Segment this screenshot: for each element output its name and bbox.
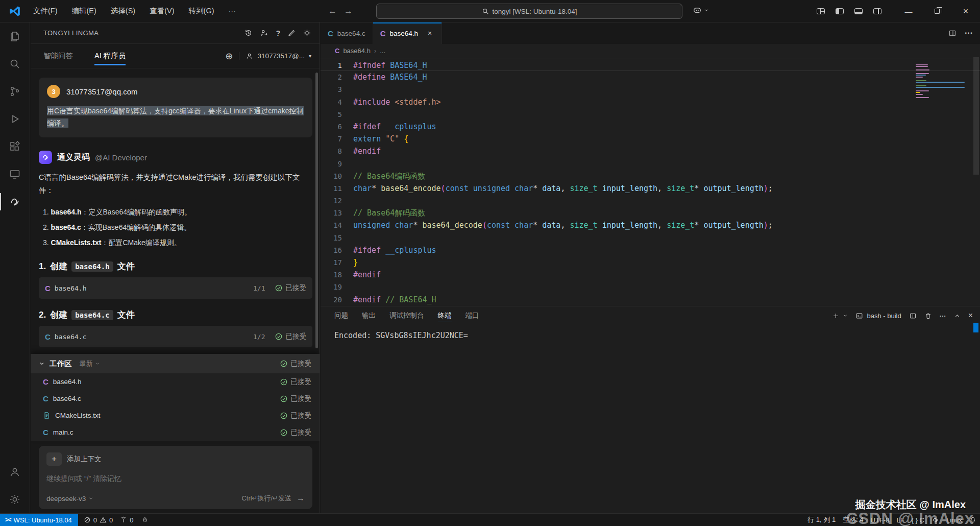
menu-item[interactable]: ··· [223,5,241,18]
workspace-filter[interactable]: 最新 [80,359,100,368]
maximize-panel-icon[interactable] [954,313,961,319]
activity-extensions[interactable] [0,133,30,160]
code-line[interactable]: 20#endif // BASE64_H [321,294,980,306]
ports-status[interactable]: 0 [116,514,137,526]
command-center-search[interactable]: tongyi [WSL: Ubuntu-18.04] [376,4,682,19]
panel-tab[interactable]: 端口 [465,306,479,325]
menu-item[interactable]: 文件(F) [28,4,63,18]
editor-tab[interactable]: Cbase64.h× [373,22,442,44]
code-line[interactable]: 16#ifdef __cplusplus [321,244,980,256]
chat-scrollbar[interactable] [315,73,318,348]
plus-icon[interactable]: + [46,452,62,466]
help-icon[interactable]: ? [276,29,280,37]
code-line[interactable]: 8#endif [321,145,980,157]
code-line[interactable]: 3 [321,83,980,95]
account-menu[interactable]: 310773517@... ▾ [246,52,311,60]
file-card[interactable]: Cbase64.h1/1已接受 [39,277,312,299]
code-line[interactable]: 12 [321,195,980,207]
new-terminal-icon[interactable] [832,312,840,320]
status-cursor-position[interactable]: 行 1, 列 1 [804,514,839,526]
chat-input-placeholder[interactable]: 继续提问或 “/” 清除记忆 [46,474,305,484]
chat-scroll[interactable]: 3 310773517@qq.com 用C语言实现base64编解码算法，支持g… [39,68,312,354]
workspace-file-row[interactable]: Cmain.c已接受 [31,424,320,441]
add-context[interactable]: + 添加上下文 [46,452,305,466]
toggle-sidebar-icon[interactable] [836,8,844,14]
activity-remote-explorer[interactable] [0,160,30,188]
menu-item[interactable]: 编辑(E) [66,4,102,18]
code-line[interactable]: 18#endif [321,269,980,281]
close-panel-icon[interactable]: × [968,311,973,320]
code-line[interactable]: 11char* base64_encode(const unsigned cha… [321,182,980,195]
code-line[interactable]: 17} [321,256,980,269]
code-line[interactable]: 13// Base64解码函数 [321,207,980,219]
panel-tab[interactable]: 调试控制台 [389,306,424,325]
code-line[interactable]: 6#ifdef __cplusplus [321,121,980,133]
model-selector[interactable]: deepseek-v3 [46,495,93,503]
code-line[interactable]: 1#ifndef BASE64_H [321,59,980,71]
customize-layout-icon[interactable] [817,8,825,14]
terminal-instance[interactable]: bash - build [855,312,901,320]
workspace-file-row[interactable]: Cbase64.h已接受 [31,373,320,390]
code-editor[interactable]: 1#ifndef BASE64_H2#define BASE64_H34#inc… [321,57,980,306]
code-line[interactable]: 10// Base64编码函数 [321,170,980,182]
code-line[interactable]: 19 [321,281,980,293]
remote-indicator[interactable]: >< WSL: Ubuntu-18.04 [0,514,78,526]
toggle-secondary-sidebar-icon[interactable] [873,8,881,14]
terminal-dropdown-icon[interactable] [843,313,848,318]
panel-tab[interactable]: 输出 [362,306,376,325]
activity-lingma[interactable] [0,188,30,216]
minimize-button[interactable]: — [894,0,923,22]
workspace-accept-all[interactable]: 已接受 [280,359,312,368]
code-line[interactable]: 14unsigned char* base64_decode(const cha… [321,219,980,231]
code-line[interactable]: 5 [321,108,980,121]
menu-item[interactable]: 查看(V) [144,4,180,18]
launch-status[interactable] [137,514,152,526]
file-card[interactable]: Cbase64.c1/2已接受 [39,326,312,347]
activity-run-debug[interactable] [0,105,30,133]
activity-settings[interactable] [0,486,30,513]
close-button[interactable]: × [951,0,980,22]
split-terminal-icon[interactable] [909,312,917,320]
breadcrumb-more[interactable]: ... [380,47,385,55]
history-icon[interactable] [244,29,253,37]
minimap[interactable] [916,64,967,99]
activity-explorer[interactable] [0,22,30,50]
editor-scrollbar[interactable] [973,57,979,175]
terminal-output[interactable]: Encoded: SGVsbG8sIEJhc2U2NCE= [334,331,468,340]
activity-search[interactable] [0,50,30,78]
menu-item[interactable]: 转到(G) [183,4,220,18]
sidebar-tab[interactable]: AI 程序员 [94,44,126,68]
copilot-menu[interactable] [692,5,709,15]
sidebar-tab[interactable]: 智能问答 [43,44,73,68]
breadcrumb-file[interactable]: base64.h [343,47,371,55]
workspace-header[interactable]: 工作区 最新 已接受 [31,354,320,373]
panel-tab[interactable]: 问题 [334,306,348,325]
more-actions-icon[interactable]: ··· [965,29,973,38]
panel-tab[interactable]: 终端 [438,306,452,325]
new-chat-icon[interactable]: ⊕ [225,51,233,62]
workspace-file-row[interactable]: CMakeLists.txt已接受 [31,407,320,424]
code-line[interactable]: 4#include <stddef.h> [321,96,980,108]
code-line[interactable]: 15 [321,232,980,244]
workspace-file-row[interactable]: Cbase64.c已接受 [31,390,320,407]
pen-icon[interactable] [287,29,296,37]
back-icon[interactable]: ← [328,6,337,16]
user-switch-icon[interactable] [260,29,268,37]
menu-item[interactable]: 选择(S) [105,4,141,18]
kill-terminal-icon[interactable] [924,312,932,320]
send-icon[interactable]: → [297,494,305,503]
activity-account[interactable] [0,458,30,486]
forward-icon[interactable]: → [344,6,353,16]
editor-tab[interactable]: Cbase64.c [321,22,373,44]
panel-more-icon[interactable]: ··· [940,312,946,320]
problems-status[interactable]: 0 0 [80,514,116,526]
restore-button[interactable] [923,0,951,22]
activity-source-control[interactable] [0,78,30,105]
breadcrumb[interactable]: C base64.h › ... [321,44,980,57]
code-line[interactable]: 2#define BASE64_H [321,71,980,83]
code-line[interactable]: 7extern "C" { [321,133,980,145]
chat-input-card[interactable]: + 添加上下文 继续提问或 “/” 清除记忆 deepseek-v3 Ctrl↵… [39,446,312,509]
toggle-panel-icon[interactable] [854,8,863,14]
close-tab-icon[interactable]: × [425,29,434,38]
code-line[interactable]: 9 [321,158,980,170]
